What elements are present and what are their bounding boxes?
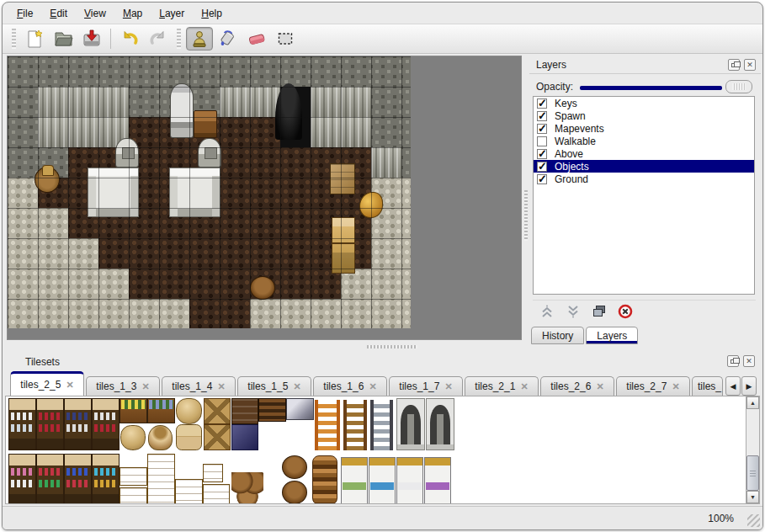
menu-layer[interactable]: Layer bbox=[151, 4, 192, 23]
tileset-tile-sack-stack[interactable] bbox=[176, 424, 202, 450]
menu-map[interactable]: Map bbox=[115, 4, 150, 23]
scroll-down-button[interactable]: ▼ bbox=[746, 491, 759, 503]
tileset-tile-ladder-orange[interactable] bbox=[315, 400, 340, 450]
tileset-tile-shelf-blue-jars[interactable] bbox=[64, 398, 92, 450]
tileset-tile-crate-yellow[interactable] bbox=[175, 479, 203, 504]
fill-tool-button[interactable] bbox=[215, 27, 242, 51]
toolbar-grip-2[interactable] bbox=[177, 29, 181, 49]
tileset-tile-shelf-potions-multi[interactable] bbox=[92, 454, 120, 504]
tileset-tile-ladder-brown[interactable] bbox=[343, 400, 367, 450]
layers-close-button[interactable]: ✕ bbox=[744, 59, 756, 71]
tileset-tile-chest-metal[interactable] bbox=[286, 398, 314, 420]
tileset-tile-crate-yellow[interactable] bbox=[203, 484, 230, 504]
scroll-up-button[interactable]: ▲ bbox=[746, 396, 759, 409]
tab-close-icon[interactable]: ✕ bbox=[141, 381, 149, 392]
tileset-tile-arch[interactable] bbox=[396, 398, 425, 450]
layer-visibility-checkbox[interactable] bbox=[537, 149, 547, 159]
tab-close-icon[interactable]: ✕ bbox=[520, 381, 528, 392]
opacity-slider-handle[interactable] bbox=[725, 80, 752, 93]
tab-close-icon[interactable]: ✕ bbox=[66, 380, 73, 391]
dock-tab-history[interactable]: History bbox=[531, 327, 584, 344]
menu-file[interactable]: File bbox=[9, 4, 40, 23]
tileset-tile-bed-bgreen[interactable] bbox=[341, 457, 368, 504]
tileset-tab-tiles_1_5[interactable]: tiles_1_5✕ bbox=[237, 376, 311, 396]
layer-visibility-checkbox[interactable] bbox=[537, 98, 547, 109]
tileset-tile-shelf-red-bottles[interactable] bbox=[36, 398, 64, 450]
tileset-tile-crate-yellow[interactable] bbox=[120, 467, 147, 486]
tileset-tile-sack-open[interactable] bbox=[148, 425, 173, 450]
duplicate-layer-button[interactable] bbox=[590, 302, 608, 321]
layer-visibility-checkbox[interactable] bbox=[537, 111, 547, 121]
delete-layer-button[interactable] bbox=[616, 302, 635, 321]
tab-close-icon[interactable]: ✕ bbox=[369, 381, 376, 392]
tileset-tile-crate-x[interactable] bbox=[204, 398, 231, 424]
layers-float-button[interactable] bbox=[728, 59, 740, 71]
layer-row-spawn[interactable]: Spawn bbox=[534, 109, 754, 122]
tileset-tile-shelf-white-jars[interactable] bbox=[92, 398, 120, 450]
tileset-tile-crate-yellow[interactable] bbox=[147, 454, 175, 504]
tab-close-icon[interactable]: ✕ bbox=[293, 381, 300, 392]
tileset-tile-shelf-potions-red-green[interactable] bbox=[36, 454, 64, 504]
select-tool-button[interactable] bbox=[272, 27, 299, 51]
layer-visibility-checkbox[interactable] bbox=[537, 174, 547, 184]
redo-button[interactable] bbox=[145, 27, 172, 51]
undo-button[interactable] bbox=[116, 27, 143, 51]
tileset-tile-crate-blue[interactable] bbox=[231, 424, 258, 450]
scrollbar-thumb[interactable] bbox=[746, 455, 759, 491]
tab-scroll-right-button[interactable]: ▶ bbox=[741, 376, 757, 396]
tileset-tile-crate-yellow[interactable] bbox=[203, 464, 223, 482]
tileset-tab-tiles_1_6[interactable]: tiles_1_6✕ bbox=[313, 376, 387, 396]
tileset-tab-tiles_2_7[interactable]: tiles_2_7✕ bbox=[616, 376, 690, 396]
vertical-splitter[interactable] bbox=[523, 56, 529, 340]
tileset-tile-chest-striped[interactable] bbox=[258, 398, 286, 422]
layer-row-above[interactable]: Above bbox=[534, 147, 754, 160]
save-button[interactable] bbox=[78, 27, 105, 51]
layer-row-walkable[interactable]: Walkable bbox=[534, 135, 754, 147]
tileset-tab-tiles_1_4[interactable]: tiles_1_4✕ bbox=[162, 376, 236, 396]
tab-close-icon[interactable]: ✕ bbox=[444, 381, 452, 392]
tileset-tile-barrel-pile[interactable] bbox=[231, 472, 263, 504]
tileset-tile-sack-big[interactable] bbox=[176, 398, 202, 424]
layer-row-keys[interactable]: Keys bbox=[534, 97, 754, 109]
dock-tab-layers[interactable]: Layers bbox=[586, 327, 638, 344]
tileset-tile-bed-bwhite[interactable] bbox=[396, 457, 423, 504]
tileset-tile-shelf-potions-blue[interactable] bbox=[64, 454, 92, 504]
tileset-tile-crate-x[interactable] bbox=[204, 424, 231, 450]
toolbar-grip[interactable] bbox=[12, 29, 16, 49]
tileset-tile-ladder-gray[interactable] bbox=[370, 400, 393, 450]
eraser-tool-button[interactable] bbox=[243, 27, 270, 51]
tab-close-icon[interactable]: ✕ bbox=[596, 381, 603, 392]
menu-edit[interactable]: Edit bbox=[42, 4, 75, 23]
tileset-tile-crate-dark[interactable] bbox=[231, 398, 258, 424]
tileset-tile-barrel[interactable] bbox=[282, 481, 307, 504]
tileset-tile-shelf-dishes[interactable] bbox=[8, 398, 36, 450]
tab-close-icon[interactable]: ✕ bbox=[217, 381, 225, 392]
tilesets-float-button[interactable] bbox=[727, 355, 739, 367]
tab-scroll-left-button[interactable]: ◀ bbox=[725, 376, 741, 396]
layer-visibility-checkbox[interactable] bbox=[537, 124, 547, 134]
layer-row-objects[interactable]: Objects bbox=[534, 160, 754, 173]
tileset-scrollbar[interactable]: ▲ ▼ bbox=[746, 396, 760, 504]
map-canvas[interactable] bbox=[8, 56, 411, 328]
tileset-tab-tiles_2_1[interactable]: tiles_2_1✕ bbox=[465, 376, 539, 396]
tileset-tab-tiles_2_5[interactable]: tiles_2_5✕ bbox=[10, 371, 84, 396]
tileset-tile-bed-bblue[interactable] bbox=[369, 457, 396, 504]
layer-row-ground[interactable]: Ground bbox=[534, 173, 754, 185]
tileset-tile-planter-blue-flowers[interactable] bbox=[147, 398, 175, 423]
tilesets-close-button[interactable]: ✕ bbox=[743, 355, 755, 367]
layer-visibility-checkbox[interactable] bbox=[537, 136, 547, 146]
tileset-tile-shelf-potions-pink[interactable] bbox=[8, 454, 36, 504]
open-file-button[interactable] bbox=[50, 27, 77, 51]
tileset-tile-sack-big[interactable] bbox=[120, 425, 146, 450]
tileset-tile-crate-yellow[interactable] bbox=[120, 487, 147, 504]
tileset-tile-bed-bpurple[interactable] bbox=[424, 457, 451, 504]
layer-row-mapevents[interactable]: Mapevents bbox=[534, 122, 754, 135]
move-layer-up-button[interactable] bbox=[538, 302, 556, 321]
tileset-tab-tiles[interactable]: tiles_ bbox=[692, 376, 723, 396]
tileset-tile-pot-stack[interactable] bbox=[312, 455, 337, 504]
layer-visibility-checkbox[interactable] bbox=[537, 162, 547, 172]
tileset-tab-tiles_2_6[interactable]: tiles_2_6✕ bbox=[540, 376, 614, 396]
tileset-tile-planter-yellow-flowers[interactable] bbox=[120, 398, 147, 423]
tileset-tab-tiles_1_7[interactable]: tiles_1_7✕ bbox=[389, 376, 463, 396]
menu-help[interactable]: Help bbox=[194, 4, 230, 23]
